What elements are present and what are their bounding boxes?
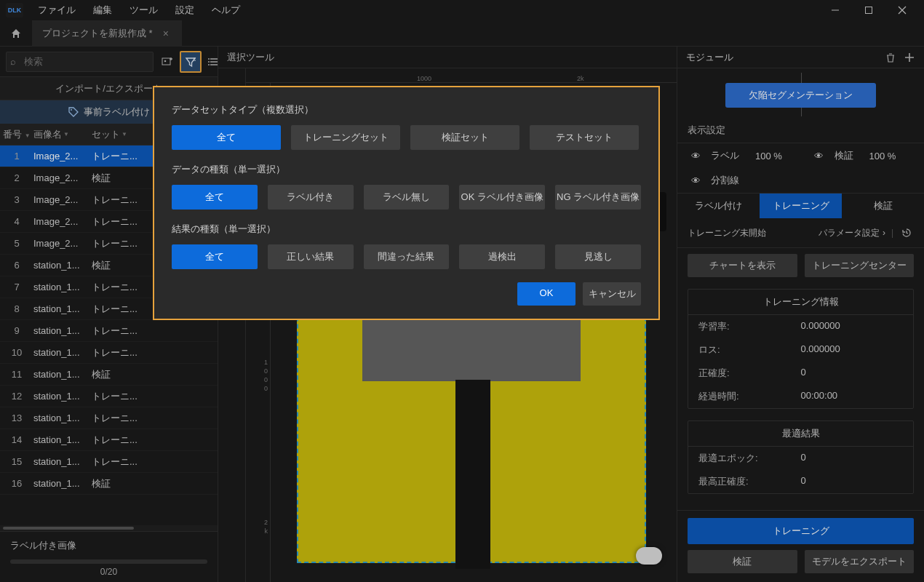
modal-cancel-button[interactable]: キャンセル <box>583 282 641 306</box>
filter-all-datasets[interactable]: 全て <box>172 125 281 150</box>
filter-correct[interactable]: 正しい結果 <box>268 244 354 269</box>
modal-ok-button[interactable]: OK <box>517 282 575 306</box>
filter-all-data[interactable]: 全て <box>172 185 258 210</box>
filter-overdetect[interactable]: 過検出 <box>459 244 545 269</box>
filter-ng-labeled[interactable]: NG ラベル付き画像 <box>555 185 641 210</box>
filter-validation-set[interactable]: 検証セット <box>410 125 519 150</box>
filter-miss[interactable]: 見逃し <box>555 244 641 269</box>
data-kind-label: データの種類（単一選択） <box>172 163 641 176</box>
filter-wrong[interactable]: 間違った結果 <box>364 244 450 269</box>
filter-modal: データセットタイプ（複数選択） 全て トレーニングセット 検証セット テストセッ… <box>153 86 660 320</box>
filter-ok-labeled[interactable]: OK ラベル付き画像 <box>459 185 545 210</box>
filter-test-set[interactable]: テストセット <box>530 125 639 150</box>
dataset-type-label: データセットタイプ（複数選択） <box>172 103 641 116</box>
filter-all-results[interactable]: 全て <box>172 244 258 269</box>
filter-training-set[interactable]: トレーニングセット <box>291 125 400 150</box>
filter-unlabeled[interactable]: ラベル無し <box>364 185 450 210</box>
result-kind-label: 結果の種類（単一選択） <box>172 223 641 236</box>
filter-labeled[interactable]: ラベル付き <box>268 185 354 210</box>
modal-overlay: データセットタイプ（複数選択） 全て トレーニングセット 検証セット テストセッ… <box>0 0 924 582</box>
